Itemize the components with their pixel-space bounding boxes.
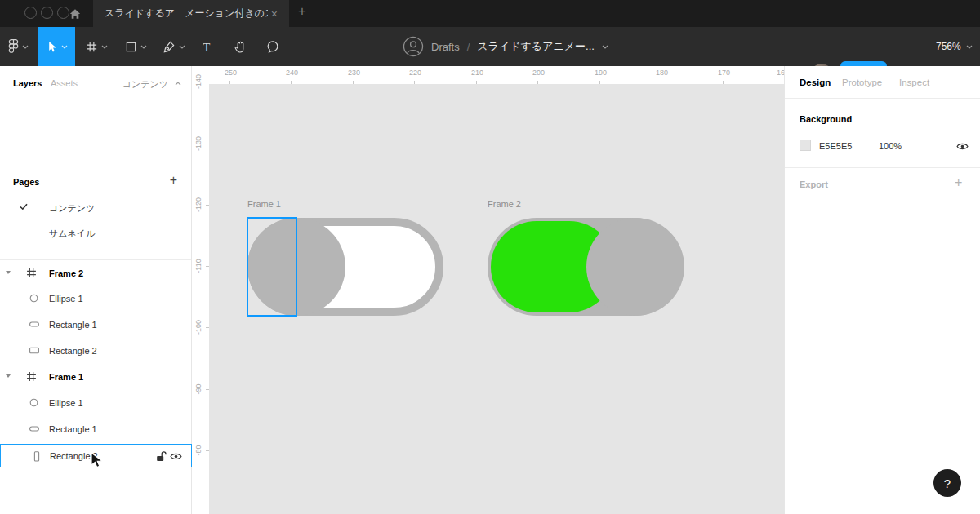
mouse-cursor-icon (91, 452, 103, 470)
hand-tool-icon (234, 40, 247, 53)
hand-tool-button[interactable] (230, 27, 250, 66)
chevron-down-icon (966, 45, 973, 49)
layer-row-rectangle-2b-selected[interactable]: Rectangle 2 (0, 444, 192, 467)
chevron-down-icon[interactable] (602, 45, 608, 49)
main-toolbar: T Drafts / スライドするアニメー... Share (0, 27, 980, 66)
move-tool-button[interactable] (38, 27, 75, 66)
breadcrumb-root[interactable]: Drafts (431, 41, 460, 53)
breadcrumb-file-title[interactable]: スライドするアニメー... (477, 39, 595, 54)
page-selector[interactable]: コンテンツ (122, 78, 168, 91)
properties-tabs: Design Prototype Inspect (785, 66, 980, 99)
ruler-y-label: -80 (194, 445, 203, 455)
chevron-down-icon (61, 45, 68, 49)
ellipse-icon (29, 294, 38, 303)
shape-tool-button[interactable] (121, 27, 150, 66)
ruler-x-label: -220 (407, 69, 421, 77)
frame-tool-button[interactable] (82, 27, 111, 66)
frame-icon (26, 268, 37, 278)
page-item-contents[interactable]: コンテンツ (0, 197, 191, 217)
chevron-down-icon (140, 45, 147, 49)
zoom-menu[interactable]: 756% (936, 27, 973, 66)
layer-row-ellipse-1b[interactable]: Ellipse 1 (0, 393, 191, 413)
tab-inspect[interactable]: Inspect (899, 78, 929, 87)
eye-icon[interactable] (956, 142, 969, 151)
tab-layers[interactable]: Layers (13, 78, 42, 88)
divider (785, 167, 980, 168)
frame-icon (26, 371, 37, 382)
chevron-down-icon (22, 45, 29, 49)
comment-bubble-icon (266, 40, 279, 53)
canvas-viewport[interactable]: Frame 1 Frame 2 -250 -240 -230 -220 -210… (193, 66, 784, 514)
frame-1-label[interactable]: Frame 1 (247, 199, 281, 209)
layer-label: Rectangle 1 (49, 424, 97, 434)
help-button[interactable]: ? (933, 469, 961, 497)
toggle-knob-on[interactable] (586, 218, 684, 316)
layers-panel-header: Layers Assets コンテンツ (0, 66, 191, 100)
layer-row-rectangle-1b[interactable]: Rectangle 1 (0, 419, 191, 439)
file-tab[interactable]: スライドするアニメーション付きのス... × (93, 0, 289, 27)
figma-app-window: スライドするアニメーション付きのス... × + (0, 0, 980, 514)
pen-tool-button[interactable] (158, 27, 189, 66)
chevron-up-icon[interactable] (175, 82, 181, 86)
layer-label: Rectangle 1 (49, 320, 97, 330)
background-hex-value[interactable]: E5E5E5 (819, 141, 852, 151)
ruler-tick (206, 327, 209, 328)
new-tab-button[interactable]: + (294, 3, 310, 20)
ruler-tick (599, 81, 600, 84)
background-section-header: Background (800, 114, 852, 124)
add-export-button[interactable]: + (955, 175, 962, 190)
figma-logo-icon (8, 38, 19, 55)
ruler-tick (206, 205, 209, 206)
layer-label: Ellipse 1 (49, 294, 83, 304)
pages-header: Pages (13, 177, 39, 187)
window-minimize-dot[interactable] (41, 7, 53, 19)
background-color-row: E5E5E5 100% (785, 138, 980, 154)
selection-bounding-box[interactable] (247, 217, 297, 317)
ruler-x-label: -180 (653, 69, 668, 77)
chevron-down-icon (179, 45, 185, 49)
ruler-tick (291, 81, 292, 84)
layer-row-rectangle-1[interactable]: Rectangle 1 (0, 315, 191, 335)
frame-tool-icon (86, 41, 98, 53)
layer-label: Rectangle 2 (49, 346, 97, 356)
comment-tool-button[interactable] (263, 27, 283, 66)
layer-row-frame-1[interactable]: Frame 1 (0, 367, 191, 387)
ruler-tick (353, 81, 354, 84)
color-swatch[interactable] (800, 140, 811, 151)
ruler-x-label: -210 (469, 69, 483, 77)
breadcrumb[interactable]: Drafts / スライドするアニメー... (403, 27, 608, 66)
file-tab-title: スライドするアニメーション付きのス... (105, 7, 268, 20)
unlock-icon[interactable] (156, 450, 167, 462)
window-close-dot[interactable] (24, 7, 37, 19)
toggle-frame-2[interactable] (488, 218, 684, 316)
check-icon (20, 203, 28, 210)
window-maximize-dot[interactable] (57, 7, 69, 19)
figma-menu-button[interactable] (5, 27, 31, 66)
ruler-tick (206, 144, 209, 144)
window-controls[interactable] (24, 7, 69, 19)
rectangle-icon (29, 346, 39, 355)
home-icon[interactable] (69, 7, 82, 20)
tab-close-icon[interactable]: × (268, 7, 281, 21)
frame-2-label[interactable]: Frame 2 (488, 199, 521, 209)
tab-assets[interactable]: Assets (51, 78, 78, 88)
rounded-rectangle-icon (29, 320, 39, 329)
vertical-ruler[interactable]: -140 -130 -120 -110 -100 -90 -80 (193, 84, 209, 514)
ruler-x-label: -160 (774, 69, 784, 77)
add-page-button[interactable]: + (170, 173, 177, 188)
layer-row-ellipse-1[interactable]: Ellipse 1 (0, 289, 191, 308)
background-opacity-value[interactable]: 100% (879, 141, 902, 151)
eye-icon[interactable] (170, 452, 182, 461)
move-cursor-icon (46, 40, 58, 53)
tab-design[interactable]: Design (800, 78, 831, 87)
horizontal-ruler[interactable]: -250 -240 -230 -220 -210 -200 -190 -180 … (193, 66, 784, 84)
page-item-thumbnail[interactable]: サムネイル (0, 223, 191, 242)
layer-label: Frame 1 (49, 372, 83, 382)
text-tool-button[interactable]: T (198, 27, 216, 66)
tab-prototype[interactable]: Prototype (842, 78, 882, 87)
ruler-tick (206, 450, 209, 451)
layer-row-frame-2[interactable]: Frame 2 (0, 264, 191, 283)
layer-row-rectangle-2[interactable]: Rectangle 2 (0, 341, 191, 361)
disclosure-triangle-icon[interactable] (6, 374, 11, 378)
disclosure-triangle-icon[interactable] (6, 271, 11, 274)
